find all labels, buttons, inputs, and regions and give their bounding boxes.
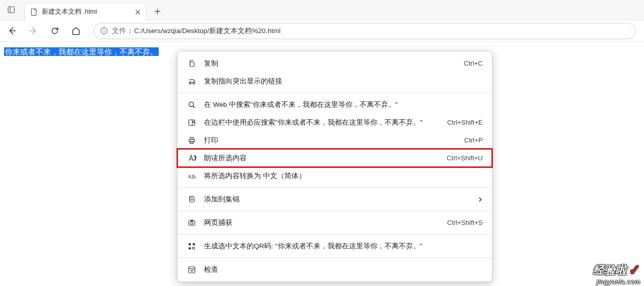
address-scheme: 文件 <box>112 26 126 36</box>
tab-title: 新建文本文档 .html <box>42 8 131 16</box>
menu-item-search-icon[interactable]: 在 Web 中搜索"你来或者不来，我都在这里等你，不离不弃。" <box>178 96 492 113</box>
address-separator: | <box>129 27 131 35</box>
address-path: C:/Users/wzqia/Desktop/新建文本文档%20.html <box>134 26 281 36</box>
back-button[interactable] <box>3 22 20 40</box>
menu-shortcut: Ctrl+Shift+U <box>447 154 483 162</box>
titlebar: 新建文本文档 .html <box>0 0 644 20</box>
selected-text[interactable]: 你来或者不来，我都在这里等你，不离不弃。 <box>4 47 159 56</box>
menu-label: 将所选内容转换为 中文（简体） <box>204 171 483 181</box>
svg-rect-23 <box>190 137 193 139</box>
menu-label: 打印 <box>204 136 458 145</box>
menu-shortcut: Ctrl+P <box>464 136 483 144</box>
menu-label: 在 Web 中搜索"你来或者不来，我都在这里等你，不离不弃。" <box>204 100 483 109</box>
svg-rect-30 <box>189 221 195 225</box>
svg-rect-37 <box>194 247 195 248</box>
context-menu: 复制Ctrl+C复制指向突出显示的链接在 Web 中搜索"你来或者不来，我都在这… <box>177 51 492 282</box>
sidebar-search-icon <box>187 119 197 127</box>
search-icon <box>187 101 197 109</box>
capture-icon <box>187 219 197 227</box>
svg-line-17 <box>193 106 195 108</box>
menu-separator <box>178 258 492 258</box>
inspect-icon <box>187 266 197 274</box>
translate-icon: aあ <box>187 172 197 180</box>
menu-item-copy-link-icon[interactable]: 复制指向突出显示的链接 <box>178 72 492 90</box>
menu-item-copy-icon[interactable]: 复制Ctrl+C <box>178 54 492 72</box>
svg-point-13 <box>193 82 195 84</box>
menu-separator <box>178 93 492 93</box>
svg-rect-36 <box>192 247 193 248</box>
print-icon <box>187 136 197 145</box>
menu-label: 添加到集锦 <box>204 195 472 204</box>
menu-label: 在边栏中使用必应搜索"你来或者不来，我都在这里等你，不离不弃。" <box>204 118 441 127</box>
menu-item-print-icon[interactable]: 打印Ctrl+P <box>178 131 492 149</box>
home-button[interactable] <box>67 22 84 40</box>
toolbar: 文件 | C:/Users/wzqia/Desktop/新建文本文档%20.ht… <box>0 20 644 42</box>
svg-rect-0 <box>8 7 14 13</box>
menu-label: 复制 <box>204 59 458 68</box>
watermark-url: jingyanla.com <box>593 278 640 285</box>
copy-link-icon <box>187 77 197 85</box>
svg-rect-39 <box>194 248 195 249</box>
menu-label: 复制指向突出显示的链接 <box>204 77 483 86</box>
menu-separator <box>178 234 492 235</box>
close-tab-button[interactable] <box>135 9 141 15</box>
svg-rect-33 <box>189 243 191 245</box>
forward-button[interactable] <box>24 22 42 40</box>
menu-shortcut: Ctrl+C <box>464 60 483 67</box>
menu-item-inspect-icon[interactable]: 检查 <box>178 261 492 278</box>
menu-label: 网页捕获 <box>204 218 441 227</box>
svg-point-31 <box>191 222 193 224</box>
menu-shortcut: Ctrl+Shift+E <box>447 119 483 126</box>
menu-shortcut: Ctrl+Shift+S <box>447 219 483 226</box>
browser-tab[interactable]: 新建文本文档 .html <box>24 3 147 20</box>
svg-rect-34 <box>193 243 195 245</box>
menu-item-qr-icon[interactable]: 生成选中文本的QR码: "你来或者不来，我都在这里等你，不离不弃。" <box>178 237 492 255</box>
collections-icon <box>187 195 197 204</box>
svg-text:aあ: aあ <box>188 174 196 179</box>
svg-point-10 <box>104 29 104 30</box>
menu-item-read-aloud-icon[interactable]: 朗读所选内容Ctrl+Shift+U <box>178 149 492 167</box>
refresh-button[interactable] <box>46 22 63 40</box>
svg-rect-38 <box>192 248 193 249</box>
menu-item-translate-icon[interactable]: aあ将所选内容转换为 中文（简体） <box>178 167 492 185</box>
menu-label: 朗读所选内容 <box>204 154 441 163</box>
svg-rect-35 <box>189 247 191 249</box>
menu-item-sidebar-search-icon[interactable]: 在边栏中使用必应搜索"你来或者不来，我都在这里等你，不离不弃。"Ctrl+Shi… <box>178 113 492 131</box>
address-bar[interactable]: 文件 | C:/Users/wzqia/Desktop/新建文本文档%20.ht… <box>94 23 636 39</box>
check-icon: ✓ <box>629 263 640 278</box>
menu-separator <box>178 187 492 188</box>
svg-rect-40 <box>189 267 195 273</box>
read-aloud-icon <box>187 154 197 162</box>
copy-icon <box>187 60 197 68</box>
svg-rect-11 <box>190 62 194 67</box>
menu-label: 生成选中文本的QR码: "你来或者不来，我都在这里等你，不离不弃。" <box>204 242 483 251</box>
menu-item-capture-icon[interactable]: 网页捕获Ctrl+Shift+S <box>178 214 492 232</box>
new-tab-button[interactable] <box>149 3 166 20</box>
tab-actions-button[interactable] <box>0 0 22 20</box>
watermark-text: 经验啦 <box>593 264 627 276</box>
svg-point-16 <box>189 102 194 106</box>
menu-separator <box>178 211 492 211</box>
menu-item-collections-icon[interactable]: 添加到集锦 <box>178 190 492 208</box>
svg-point-20 <box>193 121 194 123</box>
qr-icon <box>187 242 197 250</box>
page-icon <box>30 8 38 16</box>
menu-label: 检查 <box>204 265 483 274</box>
chevron-right-icon <box>478 196 483 203</box>
watermark: 经验啦 ✓ jingyanla.com <box>593 263 640 285</box>
info-icon[interactable] <box>100 27 108 35</box>
